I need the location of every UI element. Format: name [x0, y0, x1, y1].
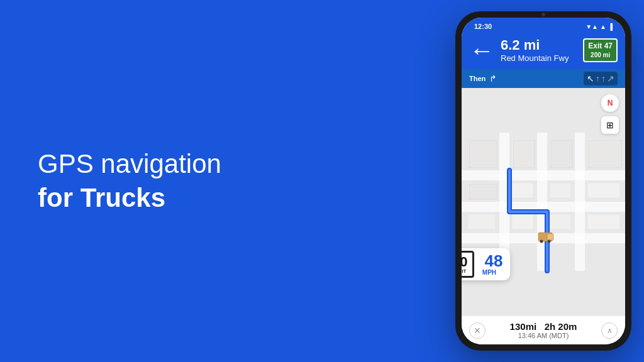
lane-indicator: ↖ ↑ ↑ ↗ — [584, 72, 618, 85]
exit-distance: 200 mi — [588, 51, 613, 59]
phone-notch — [525, 11, 562, 18]
expand-button[interactable]: ∧ — [601, 322, 618, 339]
speed-limit-label: LIMIT — [462, 269, 467, 273]
layers-button[interactable]: ⊞ — [601, 116, 619, 134]
nav-distance: 6.2 mi — [501, 38, 577, 52]
eta-main: 130mi 2h 20m — [491, 321, 596, 332]
then-strip: Then ↱ ↖ ↑ ↑ ↗ — [462, 69, 625, 88]
speed-limit-sign: 50 LIMIT — [462, 251, 474, 278]
svg-rect-20 — [468, 214, 496, 229]
svg-rect-6 — [575, 133, 585, 271]
speed-unit: MPH — [482, 269, 501, 276]
then-label: Then — [469, 75, 486, 82]
svg-rect-19 — [587, 183, 620, 198]
map-svg — [462, 88, 625, 315]
left-panel: GPS navigation for Trucks — [0, 111, 455, 252]
status-icons: ▼▲ ▲ ▐ — [586, 23, 613, 30]
svg-rect-8 — [469, 140, 497, 168]
wifi-icon: ▲ — [600, 23, 606, 30]
nav-street: Red Mountain Fwy — [501, 53, 577, 63]
svg-rect-16 — [469, 184, 497, 199]
svg-rect-17 — [512, 183, 533, 198]
exit-badge: Exit 47 200 mi — [583, 38, 618, 63]
phone-frame: 12:30 ▼▲ ▲ ▐ ← 6.2 mi Red Mountain Fwy E… — [455, 11, 631, 351]
lane-arrow-2: ↑ — [596, 74, 600, 84]
exit-number: Exit 47 — [588, 41, 613, 52]
close-button[interactable]: ✕ — [469, 322, 486, 339]
then-arrow-icon: ↱ — [489, 74, 497, 84]
status-bar: 12:30 ▼▲ ▲ ▐ — [462, 18, 625, 33]
svg-point-26 — [540, 240, 543, 243]
route-distance: 130mi — [510, 321, 537, 332]
svg-rect-21 — [512, 214, 533, 229]
nav-info: 6.2 mi Red Mountain Fwy — [501, 38, 577, 63]
route-duration: 2h 20m — [545, 321, 577, 332]
phone-mockup: 12:30 ▼▲ ▲ ▐ ← 6.2 mi Red Mountain Fwy E… — [455, 11, 644, 351]
camera-dot — [541, 13, 545, 16]
nav-header: ← 6.2 mi Red Mountain Fwy Exit 47 200 mi — [462, 33, 625, 69]
svg-rect-22 — [550, 214, 571, 229]
signal-icon: ▼▲ — [586, 23, 598, 30]
speed-overlay: 50 LIMIT 48 MPH — [462, 248, 510, 280]
status-time: 12:30 — [474, 23, 492, 30]
phone-screen: 12:30 ▼▲ ▲ ▐ ← 6.2 mi Red Mountain Fwy E… — [462, 18, 625, 344]
eta-time: 13:46 AM (MDT) — [491, 332, 596, 339]
svg-rect-10 — [513, 140, 535, 168]
svg-point-27 — [548, 240, 551, 243]
lane-arrow-1: ↖ — [587, 74, 594, 84]
compass: N — [601, 94, 619, 112]
map-area[interactable]: N ⊞ 50 LIMIT 48 MPH — [462, 88, 625, 315]
turn-arrow-icon: ← — [469, 38, 494, 63]
svg-rect-18 — [550, 183, 571, 198]
lane-arrow-3: ↑ — [601, 74, 606, 84]
battery-icon: ▐ — [608, 23, 613, 30]
current-speed: 48 — [478, 253, 509, 269]
eta-info: 130mi 2h 20m 13:46 AM (MDT) — [491, 321, 596, 339]
svg-rect-14 — [589, 140, 621, 168]
svg-rect-23 — [587, 214, 620, 229]
speed-limit-number: 50 — [462, 255, 467, 269]
bottom-bar: ✕ 130mi 2h 20m 13:46 AM (MDT) ∧ — [462, 315, 625, 344]
headline-line2: for Trucks — [38, 182, 430, 214]
headline-line1: GPS navigation — [38, 148, 430, 180]
lane-arrow-4: ↗ — [607, 74, 614, 84]
svg-rect-25 — [547, 234, 553, 240]
svg-rect-12 — [551, 140, 572, 168]
